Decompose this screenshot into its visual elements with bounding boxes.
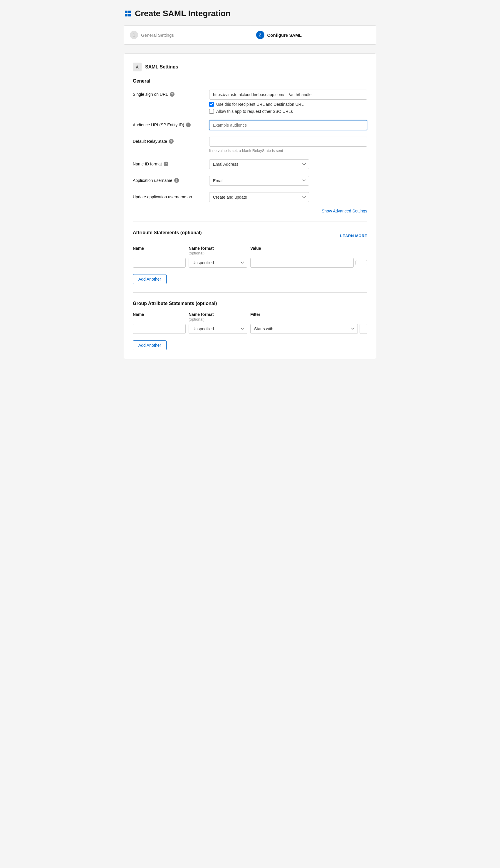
step-2-label: Configure SAML: [267, 33, 302, 37]
attribute-statements-add-another-button[interactable]: Add Another: [133, 274, 167, 284]
attribute-statements-title: Attribute Statements (optional): [133, 230, 202, 235]
group-attr-filter-field: Starts with Equals Contains Regex: [250, 324, 367, 334]
group-attribute-statements-columns: Name Name format (optional) Filter: [133, 312, 367, 322]
audience-uri-help-icon[interactable]: ?: [186, 123, 191, 127]
svg-rect-0: [125, 11, 127, 13]
group-attribute-statements-section: Group Attribute Statements (optional) Na…: [133, 301, 367, 350]
group-attr-col-name: Name: [133, 312, 186, 322]
group-attr-filter-value-input[interactable]: [360, 324, 367, 334]
divider-2: [133, 292, 367, 293]
show-advanced-settings-link[interactable]: Show Advanced Settings: [322, 208, 367, 213]
allow-sso-checkbox-label: Allow this app to request other SSO URLs: [216, 109, 293, 114]
name-id-format-label: Name ID format ?: [133, 159, 209, 166]
step-configure-saml[interactable]: 2 Configure SAML: [250, 25, 376, 44]
application-username-field: Email Username Custom: [209, 176, 367, 186]
attr-col-name: Name: [133, 246, 186, 255]
step-1-label: General Settings: [141, 33, 174, 37]
attr-value-dropdown-btn[interactable]: [355, 260, 367, 265]
svg-rect-3: [128, 14, 131, 16]
group-attr-col-name-format: Name format (optional): [189, 312, 247, 322]
attr-value-input[interactable]: [250, 258, 354, 268]
steps-bar: 1 General Settings 2 Configure SAML: [124, 25, 376, 45]
default-relay-state-input[interactable]: [209, 137, 367, 147]
section-badge: A: [133, 63, 141, 71]
general-subsection-title: General: [133, 78, 367, 84]
attribute-statements-header-row: Attribute Statements (optional) LEARN MO…: [133, 230, 367, 241]
group-attr-filter-type-select[interactable]: Starts with Equals Contains Regex: [250, 324, 358, 334]
application-username-help-icon[interactable]: ?: [174, 178, 179, 183]
divider-1: [133, 222, 367, 222]
name-id-format-select[interactable]: Unspecified EmailAddress Persistent Tran…: [209, 159, 309, 169]
application-username-label: Application username ?: [133, 176, 209, 183]
recipient-url-checkbox-label: Use this for Recipient URL and Destinati…: [216, 102, 304, 107]
attribute-statements-section: Attribute Statements (optional) LEARN MO…: [133, 230, 367, 284]
recipient-url-checkbox[interactable]: [209, 102, 214, 107]
default-relay-state-help-icon[interactable]: ?: [169, 139, 174, 144]
audience-uri-input[interactable]: [209, 120, 367, 130]
single-sign-on-url-label: Single sign on URL ?: [133, 90, 209, 97]
attr-name-input[interactable]: [133, 258, 186, 268]
attribute-statements-row: Unspecified Basic URI Reference: [133, 258, 367, 268]
name-id-format-group: Name ID format ? Unspecified EmailAddres…: [133, 159, 367, 169]
single-sign-on-url-field: Use this for Recipient URL and Destinati…: [209, 90, 367, 114]
allow-sso-checkbox-group: Allow this app to request other SSO URLs: [209, 109, 367, 114]
single-sign-on-url-input[interactable]: [209, 90, 367, 100]
application-username-select[interactable]: Email Username Custom: [209, 176, 309, 186]
group-attr-name-input[interactable]: [133, 324, 186, 334]
default-relay-state-field: If no value is set, a blank RelayState i…: [209, 137, 367, 153]
allow-sso-checkbox[interactable]: [209, 109, 214, 114]
section-header: A SAML Settings: [133, 63, 367, 71]
default-relay-state-label: Default RelayState ?: [133, 137, 209, 144]
update-application-username-group: Update application username on Create an…: [133, 192, 367, 202]
name-id-format-field: Unspecified EmailAddress Persistent Tran…: [209, 159, 367, 169]
step-2-number: 2: [256, 31, 264, 39]
page-title: Create SAML Integration: [124, 9, 376, 18]
group-attribute-statements-add-another-button[interactable]: Add Another: [133, 340, 167, 350]
step-1-number: 1: [130, 31, 138, 39]
show-advanced-settings: Show Advanced Settings: [133, 208, 367, 213]
attribute-statements-columns: Name Name format (optional) Value: [133, 246, 367, 255]
audience-uri-label: Audience URI (SP Entity ID) ?: [133, 120, 209, 127]
grid-icon: [124, 9, 132, 18]
default-relay-state-group: Default RelayState ? If no value is set,…: [133, 137, 367, 153]
group-attribute-statements-title: Group Attribute Statements (optional): [133, 301, 367, 306]
audience-uri-group: Audience URI (SP Entity ID) ?: [133, 120, 367, 130]
relay-state-helper: If no value is set, a blank RelayState i…: [209, 148, 367, 153]
single-sign-on-url-group: Single sign on URL ? Use this for Recipi…: [133, 90, 367, 114]
single-sign-on-url-help-icon[interactable]: ?: [170, 92, 174, 97]
attr-col-value: Value: [250, 246, 367, 255]
section-title: SAML Settings: [145, 64, 178, 70]
attr-col-name-format: Name format (optional): [189, 246, 247, 255]
saml-settings-card: A SAML Settings General Single sign on U…: [124, 54, 376, 359]
application-username-group: Application username ? Email Username Cu…: [133, 176, 367, 186]
attribute-statements-learn-more[interactable]: LEARN MORE: [340, 234, 367, 238]
audience-uri-field: [209, 120, 367, 130]
svg-rect-1: [128, 11, 131, 13]
group-attr-name-format-select[interactable]: Unspecified Basic URI Reference: [189, 324, 247, 334]
name-id-format-help-icon[interactable]: ?: [163, 161, 168, 166]
update-application-username-select[interactable]: Create and update Create only: [209, 192, 309, 202]
recipient-url-checkbox-group: Use this for Recipient URL and Destinati…: [209, 102, 367, 107]
step-general-settings[interactable]: 1 General Settings: [124, 25, 250, 44]
svg-rect-2: [125, 14, 127, 16]
group-attr-col-filter: Filter: [250, 312, 367, 322]
attr-name-format-select[interactable]: Unspecified Basic URI Reference: [189, 258, 247, 268]
update-application-username-label: Update application username on: [133, 192, 209, 199]
attr-value-field: [250, 258, 367, 268]
update-application-username-field: Create and update Create only: [209, 192, 367, 202]
group-attribute-statements-row: Unspecified Basic URI Reference Starts w…: [133, 324, 367, 334]
